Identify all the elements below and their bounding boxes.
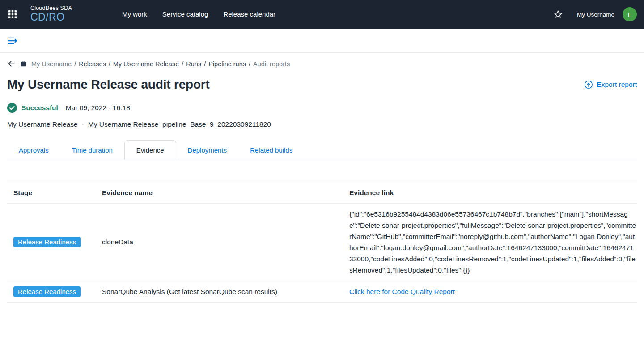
- evidence-name: SonarQube Analysis (Get latest SonarQube…: [102, 288, 349, 296]
- brand-name: CD/RO: [30, 12, 72, 23]
- column-header-stage: Stage: [7, 189, 102, 197]
- evidence-name: cloneData: [102, 238, 349, 246]
- nav-my-work[interactable]: My work: [122, 10, 147, 18]
- table-row: Release Readiness cloneData {"id":"6e531…: [7, 204, 637, 281]
- run-name: My Username Release_pipeline_Base_9_2022…: [88, 120, 271, 128]
- status-badge: Successful: [21, 104, 58, 112]
- success-check-icon: [7, 103, 17, 113]
- username[interactable]: My Username: [577, 11, 614, 18]
- breadcrumb: My Username / Releases / My Username Rel…: [7, 60, 637, 68]
- briefcase-icon: [20, 60, 27, 68]
- breadcrumb-separator: /: [204, 60, 206, 68]
- status-date: Mar 09, 2022 - 16:18: [66, 104, 130, 112]
- table-header-row: Stage Evidence name Evidence link: [7, 182, 637, 204]
- breadcrumb-item-releases[interactable]: Releases: [79, 60, 106, 68]
- back-arrow-icon[interactable]: [7, 60, 16, 68]
- breadcrumb-item-release[interactable]: My Username Release: [113, 60, 179, 68]
- breadcrumb-item-pipeline-runs[interactable]: Pipeline runs: [208, 60, 246, 68]
- breadcrumb-item-audit-reports: Audit reports: [253, 60, 290, 68]
- tab-related-builds[interactable]: Related builds: [238, 140, 304, 160]
- apps-grid-icon[interactable]: [7, 9, 18, 20]
- column-header-evidence-link: Evidence link: [349, 189, 637, 197]
- breadcrumb-separator: /: [74, 60, 76, 68]
- stage-badge[interactable]: Release Readiness: [13, 286, 80, 297]
- nav-service-catalog[interactable]: Service catalog: [162, 10, 208, 18]
- top-navbar: CloudBees SDA CD/RO My work Service cata…: [0, 0, 644, 29]
- run-status-row: Successful Mar 09, 2022 - 16:18: [7, 103, 637, 113]
- breadcrumb-separator: /: [249, 60, 250, 68]
- column-header-evidence-name: Evidence name: [102, 189, 349, 197]
- run-subtitle: My Username Release · My Username Releas…: [7, 120, 637, 128]
- evidence-link-json: {"id":"6e5316b9255484d4383d06e55736467c1…: [349, 209, 637, 276]
- breadcrumb-separator: /: [182, 60, 183, 68]
- dot-separator: ·: [82, 120, 84, 128]
- report-tabs: Approvals Time duration Evidence Deploym…: [7, 140, 637, 160]
- release-name: My Username Release: [7, 120, 78, 128]
- table-row: Release Readiness SonarQube Analysis (Ge…: [7, 281, 637, 303]
- avatar[interactable]: L: [623, 7, 637, 21]
- export-upload-icon: [584, 80, 593, 89]
- tab-approvals[interactable]: Approvals: [7, 140, 60, 160]
- secondary-bar: [0, 29, 644, 53]
- export-report-button[interactable]: Export report: [584, 80, 637, 89]
- product-logo[interactable]: CloudBees SDA CD/RO: [30, 5, 72, 23]
- export-report-label: Export report: [597, 81, 637, 89]
- favorites-star-icon[interactable]: [553, 9, 564, 20]
- stage-badge[interactable]: Release Readiness: [13, 237, 80, 247]
- evidence-table: Stage Evidence name Evidence link Releas…: [7, 182, 637, 303]
- breadcrumb-item-runs[interactable]: Runs: [186, 60, 201, 68]
- tab-deployments[interactable]: Deployments: [176, 140, 239, 160]
- nav-release-calendar[interactable]: Release calendar: [223, 10, 275, 18]
- breadcrumb-item-project[interactable]: My Username: [31, 60, 72, 68]
- product-name: CloudBees SDA: [30, 5, 72, 12]
- primary-nav: My work Service catalog Release calendar: [122, 10, 275, 18]
- breadcrumb-separator: /: [109, 60, 110, 68]
- page-content: My Username / Releases / My Username Rel…: [0, 60, 644, 303]
- tab-time-duration[interactable]: Time duration: [60, 140, 124, 160]
- tab-evidence[interactable]: Evidence: [124, 140, 176, 160]
- page-title: My Username Release audit report: [7, 77, 210, 92]
- expand-sidebar-icon[interactable]: [7, 35, 18, 46]
- code-quality-report-link[interactable]: Click here for Code Quality Report: [349, 288, 455, 295]
